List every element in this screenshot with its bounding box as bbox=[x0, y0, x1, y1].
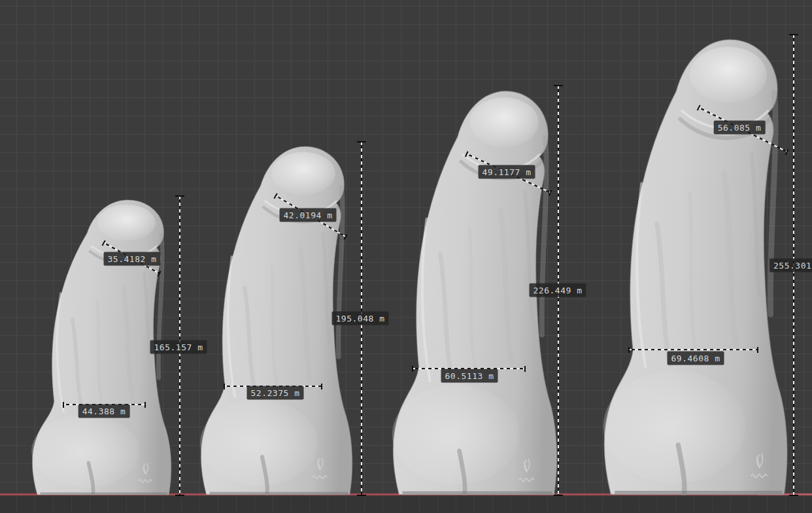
ruler-end-cap bbox=[357, 141, 366, 142]
measure-tick bbox=[412, 366, 413, 372]
ruler-end-cap bbox=[789, 495, 798, 496]
measure-tick bbox=[524, 366, 526, 372]
width-value-label-4: 69.4608 m bbox=[668, 352, 724, 365]
ruler-end-cap bbox=[175, 495, 184, 496]
ruler-end-cap bbox=[554, 495, 563, 496]
engraved-signature-icon bbox=[749, 454, 769, 486]
measure-tick bbox=[757, 347, 758, 353]
measure-tick bbox=[63, 402, 64, 408]
girth-value-label-1: 35.4182 m bbox=[104, 252, 161, 266]
below-ground-grid bbox=[0, 495, 812, 513]
ruler-end-cap bbox=[789, 34, 798, 35]
girth-value-label-2: 42.0194 m bbox=[280, 208, 337, 222]
ruler-end-cap bbox=[175, 195, 184, 197]
width-value-label-3: 60.5113 m bbox=[441, 369, 498, 383]
measure-tick bbox=[321, 384, 322, 389]
girth-value-label-3: 49.1177 m bbox=[479, 165, 535, 179]
engraved-signature-icon bbox=[137, 463, 153, 489]
engraved-signature-icon bbox=[517, 459, 535, 489]
ruler-end-cap bbox=[554, 85, 563, 86]
width-value-label-1: 44.388 m bbox=[78, 405, 130, 418]
ruler-end-cap bbox=[357, 495, 366, 496]
height-value-label-1: 165.157 m bbox=[150, 340, 207, 354]
measure-tick bbox=[628, 347, 630, 353]
viewport-3d: 165.157 m 195.048 m 226.449 m 255.301 35… bbox=[0, 0, 812, 513]
girth-value-label-4: 56.085 m bbox=[714, 121, 766, 135]
height-value-label-3: 226.449 m bbox=[530, 284, 586, 297]
height-value-label-4: 255.301 bbox=[770, 259, 812, 273]
engraved-signature-icon bbox=[311, 457, 328, 486]
measure-tick bbox=[224, 384, 225, 389]
width-value-label-2: 52.2375 m bbox=[247, 386, 304, 400]
sculpt-model-4[interactable] bbox=[586, 33, 798, 495]
width-measure-line-4[interactable] bbox=[628, 349, 758, 350]
height-value-label-2: 195.048 m bbox=[332, 312, 389, 325]
measure-tick bbox=[144, 402, 146, 408]
